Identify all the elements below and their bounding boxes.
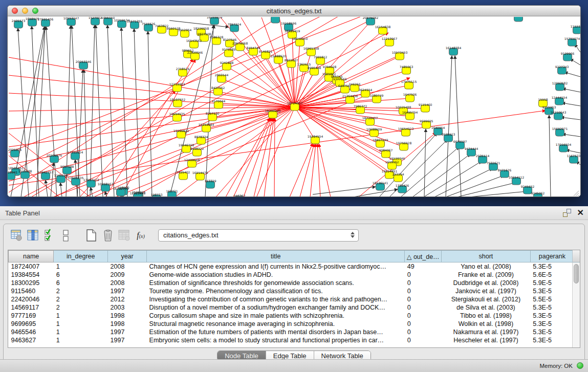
table-cell[interactable]: 5.3E-5 <box>530 328 574 336</box>
table-cell[interactable]: 2003 <box>108 303 147 312</box>
column-header-year[interactable]: year <box>108 251 147 262</box>
table-row[interactable]: 1938455462009Genome-wide association stu… <box>9 271 574 279</box>
table-cell[interactable]: 1998 <box>108 320 147 328</box>
close-panel-icon[interactable]: ✕ <box>577 209 584 217</box>
table-cell[interactable]: 6 <box>54 271 108 279</box>
table-cell[interactable]: Structural magnetic resonance image aver… <box>147 320 405 328</box>
column-header-pagerank[interactable]: pagerank <box>530 251 574 262</box>
table-cell[interactable]: 9465546 <box>9 328 54 336</box>
table-cell[interactable]: 1997 <box>108 287 147 295</box>
table-cell[interactable]: 0 <box>405 279 442 287</box>
table-cell[interactable]: de Silva et al. (2003) <box>442 303 531 312</box>
table-cell[interactable]: 2 <box>54 295 108 303</box>
column-header-in_degree[interactable]: in_degree <box>54 251 108 262</box>
table-cell[interactable]: 9777169 <box>9 312 54 320</box>
table-cell[interactable]: 1998 <box>108 312 147 320</box>
table-cell[interactable]: Yano et al. (2008) <box>442 262 531 271</box>
table-cell[interactable]: 0 <box>405 287 442 295</box>
graph-node[interactable] <box>514 17 523 21</box>
table-cell[interactable]: 5.3E-5 <box>530 336 574 344</box>
table-cell[interactable]: 0 <box>405 303 442 312</box>
table-cell[interactable]: 5.3E-5 <box>530 312 574 320</box>
table-cell[interactable]: Corpus callosum shape and size in male p… <box>147 312 405 320</box>
table-cell[interactable]: 6 <box>54 279 108 287</box>
table-cell[interactable]: 2 <box>54 303 108 312</box>
table-cell[interactable]: Embryonic stem cells: a model to study s… <box>147 336 405 344</box>
table-cell[interactable]: 1997 <box>108 328 147 336</box>
delete-table-button-disabled[interactable] <box>117 228 132 243</box>
new-table-button[interactable] <box>84 228 99 243</box>
table-cell[interactable]: 0 <box>405 328 442 336</box>
citation-network-graph[interactable]: 2405573185850527691406105532471527002646… <box>8 17 580 197</box>
table-row[interactable]: 1872400712008Changes of HCN gene express… <box>9 262 574 271</box>
table-row[interactable]: 969969511998Structural magnetic resonanc… <box>9 320 574 328</box>
table-cell[interactable]: Tibbo et al. (1998) <box>442 312 531 320</box>
table-row[interactable]: 2242004622012Investigating the contribut… <box>9 295 574 303</box>
table-row[interactable]: 1456911722003Disruption of a novel membe… <box>9 303 574 312</box>
table-cell[interactable]: 1997 <box>108 336 147 344</box>
table-row[interactable]: 1830029562008Estimation of significance … <box>9 279 574 287</box>
table-cell[interactable]: 1 <box>54 328 108 336</box>
table-cell[interactable]: 9115460 <box>9 287 54 295</box>
table-cell[interactable]: 1 <box>54 320 108 328</box>
table-cell[interactable]: Franke et al. (2009) <box>442 271 531 279</box>
table-cell[interactable]: 14569117 <box>9 303 54 312</box>
table-cell[interactable]: Genome-wide association studies in ADHD. <box>147 271 405 279</box>
delete-column-button[interactable] <box>101 228 115 243</box>
scrollbar-thumb[interactable] <box>574 264 579 283</box>
table-cell[interactable]: 9699695 <box>9 320 54 328</box>
canvas-resize-grip[interactable] <box>574 191 579 196</box>
table-cell[interactable]: Nakamura et al. (1997) <box>442 328 531 336</box>
column-header-short[interactable]: short <box>442 251 531 262</box>
table-cell[interactable]: 1 <box>54 336 108 344</box>
table-cell[interactable]: 18300295 <box>9 279 54 287</box>
table-settings-button[interactable] <box>10 228 24 243</box>
network-view-canvas[interactable]: 2405573185850527691406105532471527002646… <box>8 17 580 196</box>
float-panel-icon[interactable] <box>563 209 571 217</box>
column-header-name[interactable]: name <box>9 251 54 262</box>
table-cell[interactable]: 0 <box>405 320 442 328</box>
table-row[interactable]: 911546021997Tourette syndrome. Phenomeno… <box>9 287 574 295</box>
table-row[interactable]: 946362711997Embryonic stem cells: a mode… <box>9 336 574 344</box>
network-window[interactable]: citations_edges.txt 24055731858505276914… <box>7 5 581 197</box>
table-cell[interactable]: Jankovic et al. (1997) <box>442 287 531 295</box>
graph-node[interactable] <box>271 17 280 23</box>
table-cell[interactable]: Investigating the contribution of common… <box>147 295 405 303</box>
table-cell[interactable]: Estimation of significance thresholds fo… <box>147 279 405 287</box>
table-cell[interactable]: Disruption of a novel member of a sodium… <box>147 303 405 312</box>
table-row[interactable]: 977716911998Corpus callosum shape and si… <box>9 312 574 320</box>
table-cell[interactable]: Wolkin et al. (1998) <box>442 320 531 328</box>
table-cell[interactable]: 0 <box>405 312 442 320</box>
table-cell[interactable]: 2012 <box>108 295 147 303</box>
table-cell[interactable]: Tourette syndrome. Phenomenology and cla… <box>147 287 405 295</box>
column-header-out_de[interactable]: △ out_de… <box>405 251 442 262</box>
table-selector-dropdown[interactable]: citations_edges.txt <box>158 229 359 242</box>
table-cell[interactable]: 5.3E-5 <box>530 320 574 328</box>
table-cell[interactable]: Dudbridge et al. (2008) <box>442 279 531 287</box>
table-cell[interactable]: 2 <box>54 287 108 295</box>
table-panel-header[interactable]: Table Panel ✕ <box>0 206 588 220</box>
table-vertical-scrollbar[interactable] <box>572 262 580 347</box>
show-columns-button[interactable] <box>26 228 40 243</box>
table-cell[interactable]: 2009 <box>108 271 147 279</box>
table-cell[interactable]: 0 <box>405 295 442 303</box>
table-cell[interactable]: 1 <box>54 312 108 320</box>
table-cell[interactable]: 2008 <box>108 279 147 287</box>
function-builder-button[interactable]: f(x) <box>134 228 148 243</box>
table-cell[interactable]: 5.6E-5 <box>530 271 574 279</box>
table-cell[interactable]: 22420046 <box>9 295 54 303</box>
table-cell[interactable]: 1 <box>54 262 108 271</box>
table-cell[interactable]: Hescheler et al. (1997) <box>442 336 531 344</box>
table-cell[interactable]: 5.3E-5 <box>530 262 574 271</box>
table-cell[interactable]: 18724007 <box>9 262 54 271</box>
table-cell[interactable]: 49 <box>405 262 442 271</box>
column-header-title[interactable]: title <box>147 251 405 262</box>
table-cell[interactable]: 0 <box>405 336 442 344</box>
table-cell[interactable]: 2008 <box>108 262 147 271</box>
table-cell[interactable]: 19384554 <box>9 271 54 279</box>
window-titlebar[interactable]: citations_edges.txt <box>8 6 580 16</box>
select-all-columns-button[interactable] <box>42 228 57 243</box>
table-cell[interactable]: 5.3E-5 <box>530 287 574 295</box>
table-row[interactable]: 946554611997Estimation of the future num… <box>9 328 574 336</box>
table-cell[interactable]: 5.3E-5 <box>530 303 574 312</box>
